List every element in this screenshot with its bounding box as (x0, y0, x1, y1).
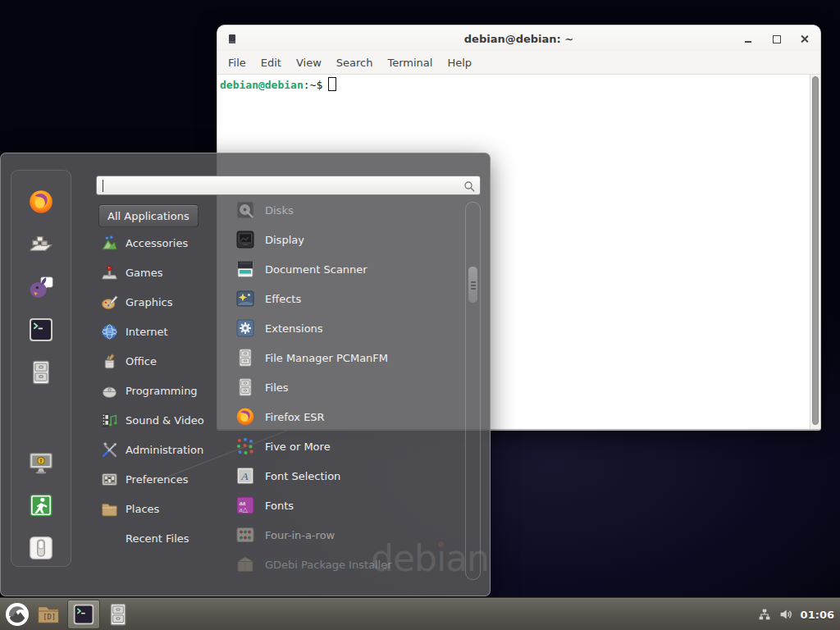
category-label: Sound & Video (126, 414, 204, 427)
terminal-titlebar[interactable]: debian@debian: ~ (217, 25, 820, 52)
five-or-more-icon (235, 436, 255, 456)
app-files[interactable]: Files (232, 372, 460, 402)
app-five-or-more[interactable]: Five or More (232, 431, 460, 461)
category-recent-files[interactable]: Recent Files (98, 523, 231, 553)
app-label: Four-in-a-row (265, 529, 335, 541)
network-icon[interactable] (758, 608, 771, 621)
category-games[interactable]: Games (98, 258, 231, 287)
app-file-manager-pcmanfm[interactable]: File Manager PCManFM (232, 343, 460, 372)
category-preferences[interactable]: Preferences (98, 464, 231, 494)
logout-icon (28, 492, 54, 518)
menubar-item-help[interactable]: Help (440, 53, 479, 72)
sound-video-icon (101, 412, 118, 429)
category-places[interactable]: Places (98, 494, 231, 523)
menu-scrollbar[interactable] (465, 202, 481, 580)
maximize-icon[interactable] (772, 34, 781, 43)
category-programming[interactable]: Programming (98, 376, 231, 405)
system-tray: 01:06 (758, 598, 834, 630)
terminal-icon (72, 603, 95, 626)
app-fonts[interactable]: aaa△Fonts (232, 491, 460, 520)
favorite-file-manager[interactable] (26, 359, 56, 386)
extensions-icon (235, 318, 255, 338)
category-sound-video[interactable]: Sound & Video (98, 405, 231, 435)
taskbar-button-files[interactable] (105, 601, 131, 628)
app-label: Files (265, 381, 289, 394)
taskbar-button-menu[interactable] (4, 601, 30, 628)
app-label: Firefox ESR (265, 411, 325, 423)
category-all-applications[interactable]: All Applications (98, 204, 199, 227)
category-label: Administration (126, 444, 203, 456)
terminal-cursor (328, 77, 336, 91)
text-caret (103, 180, 103, 192)
effects-icon (235, 289, 255, 308)
category-label: Programming (126, 385, 198, 397)
taskbar-folder-icon: [D] (36, 602, 61, 627)
taskbar-button-terminal[interactable] (67, 600, 100, 629)
favorite-logout[interactable] (26, 492, 56, 518)
minimize-icon[interactable] (744, 34, 753, 43)
packages-icon (28, 231, 54, 258)
window-controls (744, 25, 809, 52)
accessories-icon (101, 235, 118, 252)
search-icon (463, 180, 476, 193)
preferences-icon (101, 471, 118, 488)
category-internet[interactable]: Internet (98, 317, 231, 346)
app-document-scanner[interactable]: Document Scanner (232, 254, 460, 284)
menubar-item-terminal[interactable]: Terminal (380, 53, 440, 72)
app-four-in-a-row[interactable]: Four-in-a-row (232, 520, 460, 550)
favorite-shutdown[interactable] (26, 535, 56, 561)
category-label: All Applications (107, 210, 189, 222)
menubar-item-file[interactable]: File (221, 53, 253, 72)
category-list: AccessoriesGamesGraphicsInternetOfficePr… (98, 228, 231, 553)
app-label: File Manager PCManFM (265, 352, 388, 364)
shutdown-icon (28, 535, 54, 561)
terminal-scrollbar[interactable] (810, 75, 820, 429)
taskbar-button-file-manager-pcmanfm[interactable]: [D] (35, 601, 62, 628)
taskbar-clock[interactable]: 01:06 (801, 609, 834, 621)
close-icon[interactable] (800, 34, 809, 43)
category-office[interactable]: Office (98, 346, 231, 376)
favorite-pidgin[interactable] (26, 274, 56, 300)
taskbar: [D] 01:06 (0, 597, 840, 630)
favorite-software-packages[interactable] (26, 231, 56, 258)
menu-search-input[interactable] (97, 176, 480, 194)
menubar-item-edit[interactable]: Edit (253, 53, 289, 72)
svg-text:[D]: [D] (43, 613, 56, 621)
programming-icon (101, 382, 118, 399)
menubar-item-search[interactable]: Search (329, 53, 381, 72)
favorite-terminal[interactable] (26, 317, 56, 343)
app-label: GDebi Package Installer (265, 559, 392, 571)
category-label: Recent Files (126, 532, 189, 545)
places-icon (101, 500, 118, 518)
category-label: Preferences (126, 473, 188, 486)
app-firefox-esr[interactable]: Firefox ESR (232, 402, 460, 431)
four-in-a-row-icon (235, 525, 255, 545)
favorite-firefox[interactable] (26, 189, 56, 215)
terminal-scrollbar-thumb[interactable] (812, 76, 819, 425)
firefox-icon (28, 189, 54, 215)
menu-scrollbar-thumb[interactable] (468, 266, 478, 304)
firefox-icon (235, 407, 255, 427)
category-label: Accessories (126, 237, 188, 249)
category-accessories[interactable]: Accessories (98, 228, 231, 258)
app-gdebi-package-installer[interactable]: GDebi Package Installer (232, 550, 460, 579)
app-extensions[interactable]: Extensions (232, 313, 460, 343)
app-label: Disks (265, 204, 294, 217)
app-label: Five or More (265, 441, 331, 453)
category-graphics[interactable]: Graphics (98, 287, 231, 317)
app-disks[interactable]: Disks (232, 195, 460, 225)
app-font-selection[interactable]: AFont Selection (232, 461, 460, 491)
app-display[interactable]: Display (232, 225, 460, 254)
fonts-icon: aaa△ (235, 495, 255, 515)
font-selection-icon: A (235, 466, 255, 486)
display-icon (235, 230, 255, 249)
category-administration[interactable]: Administration (98, 435, 231, 464)
app-effects[interactable]: Effects (232, 284, 460, 313)
menu-logo-icon (5, 602, 30, 627)
application-menu: All Applications AccessoriesGamesGraphic… (0, 153, 491, 596)
favorite-screensaver[interactable] (26, 450, 56, 476)
volume-icon[interactable] (778, 607, 793, 622)
menubar-item-view[interactable]: View (289, 53, 329, 72)
app-label: Display (265, 234, 304, 246)
terminal-menubar: FileEditViewSearchTerminalHelp (217, 52, 820, 75)
